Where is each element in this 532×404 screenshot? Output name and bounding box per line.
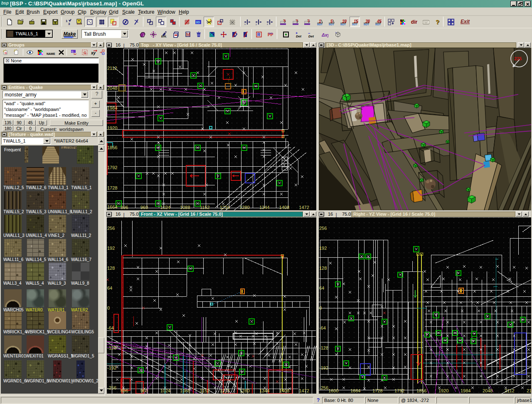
svg-text:ROT: ROT [352, 23, 357, 26]
svg-text:64: 64 [319, 286, 324, 291]
svg-text:Z: Z [308, 19, 310, 22]
svg-text:1728: 1728 [372, 388, 382, 393]
svg-text:-64: -64 [319, 325, 326, 330]
svg-text:2048: 2048 [107, 86, 117, 91]
svg-text:ROT: ROT [364, 23, 369, 26]
svg-text:ROT: ROT [375, 23, 381, 26]
svg-text:1728: 1728 [107, 185, 117, 190]
svg-text:1984: 1984 [461, 388, 470, 393]
svg-text:Det: Det [308, 34, 314, 38]
svg-text:X: X [283, 19, 286, 22]
svg-text:1664: 1664 [107, 204, 117, 209]
svg-text:x: x [244, 23, 246, 25]
svg-text:y: y [256, 23, 257, 25]
svg-text:0: 0 [319, 305, 322, 310]
svg-text:192: 192 [107, 246, 115, 251]
svg-text:1216: 1216 [220, 205, 230, 210]
svg-text:Ent.: Ent. [161, 35, 167, 38]
svg-text:896: 896 [121, 388, 128, 393]
svg-text:1792: 1792 [107, 165, 117, 170]
svg-text:2112: 2112 [505, 388, 515, 393]
svg-text:xy: xy [91, 51, 96, 55]
svg-text:256: 256 [107, 226, 115, 231]
svg-text:ROT: ROT [329, 23, 334, 26]
svg-text:-64: -64 [107, 325, 114, 330]
svg-text:256: 256 [319, 226, 327, 231]
svg-text:1408: 1408 [279, 205, 289, 210]
svg-text:ROT: ROT [340, 23, 346, 26]
svg-text:Δxy: Δxy [322, 32, 328, 37]
svg-text:Y: Y [296, 19, 298, 22]
svg-text:1472: 1472 [299, 205, 309, 210]
svg-text:-192: -192 [107, 365, 116, 370]
svg-text:2048: 2048 [483, 388, 493, 393]
svg-text:1984: 1984 [107, 106, 117, 111]
svg-text:960: 960 [140, 205, 148, 210]
svg-text:128: 128 [319, 266, 327, 271]
svg-text:1920: 1920 [438, 388, 448, 393]
svg-text:3D: 3D [196, 20, 200, 24]
svg-text:128: 128 [107, 266, 115, 271]
svg-text:1920: 1920 [107, 126, 117, 131]
svg-text:1088: 1088 [180, 388, 190, 393]
svg-text:1: 1 [66, 19, 68, 23]
svg-text:1344: 1344 [259, 388, 269, 393]
svg-text:64: 64 [107, 286, 112, 291]
svg-text:960: 960 [140, 388, 148, 393]
svg-text:896: 896 [121, 205, 128, 210]
svg-text:1600: 1600 [328, 388, 338, 393]
svg-text:1280: 1280 [239, 388, 249, 393]
svg-text:ROT: ROT [317, 23, 323, 26]
svg-text:1408: 1408 [279, 388, 289, 393]
svg-text:1024: 1024 [160, 388, 170, 393]
svg-text:-128: -128 [319, 345, 328, 350]
svg-text:-192: -192 [319, 365, 328, 370]
svg-text:z: z [267, 23, 268, 25]
svg-text:1280: 1280 [239, 205, 249, 210]
svg-text:-256: -256 [107, 385, 116, 390]
svg-text:G: G [84, 51, 86, 55]
svg-text:192: 192 [319, 246, 327, 251]
svg-text:-256: -256 [319, 385, 328, 390]
svg-text:1856: 1856 [416, 388, 426, 393]
svg-text:1664: 1664 [350, 388, 360, 393]
svg-text:1024: 1024 [160, 205, 170, 210]
svg-text:2176: 2176 [527, 388, 531, 393]
svg-text:225: 225 [514, 56, 522, 61]
svg-text:2112: 2112 [107, 66, 117, 71]
svg-text:3: 3 [68, 22, 70, 25]
svg-text:G: G [5, 52, 7, 54]
svg-text:1152: 1152 [200, 388, 210, 393]
svg-text:1856: 1856 [107, 145, 117, 150]
svg-text:0: 0 [107, 305, 110, 310]
svg-text:R: R [257, 32, 261, 37]
svg-text:1216: 1216 [220, 388, 230, 393]
svg-text:-128: -128 [107, 345, 116, 350]
svg-text:1152: 1152 [200, 205, 210, 210]
svg-text:1344: 1344 [259, 205, 269, 210]
svg-text:M: M [186, 32, 190, 37]
svg-text:Det: Det [296, 34, 301, 38]
svg-text:1792: 1792 [394, 388, 404, 393]
svg-text:1472: 1472 [299, 388, 309, 393]
svg-text:G: G [71, 50, 74, 53]
svg-text:1088: 1088 [180, 205, 190, 210]
